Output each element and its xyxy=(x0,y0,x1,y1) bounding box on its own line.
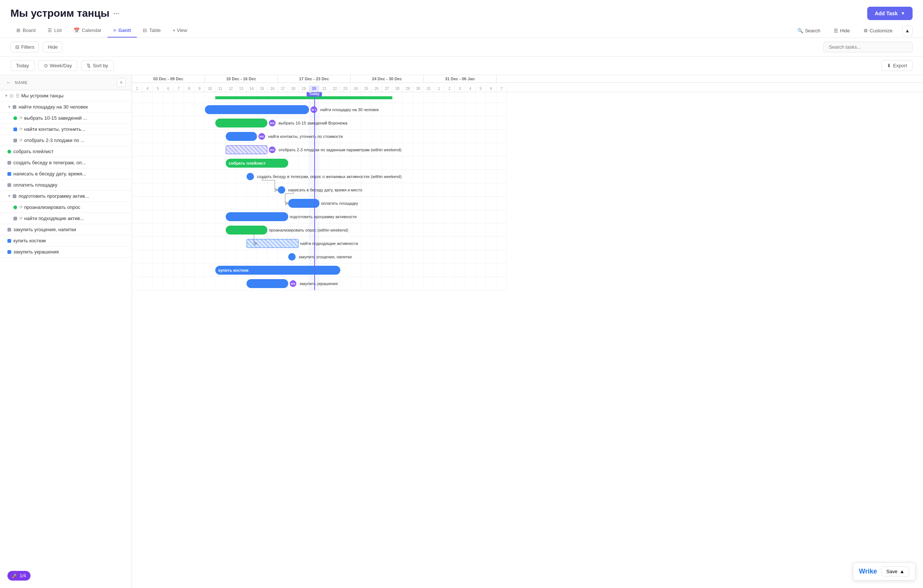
bar-label: написать в беседу дату, время и место xyxy=(288,188,362,192)
bar-label: создать беседу в телеграм, опрос о желае… xyxy=(257,174,402,179)
bar-label: MSнайти площадку на 30 человек xyxy=(310,106,379,113)
week-day-button[interactable]: ⊙ Week/Day xyxy=(38,60,78,71)
gantt-day-cell: 6 xyxy=(163,85,174,92)
list-item[interactable]: собрать плейлист xyxy=(0,146,131,157)
gantt-bar[interactable]: подготовить программу активности xyxy=(226,212,288,221)
list-item[interactable]: написать в беседу дату, время... xyxy=(0,169,131,180)
gantt-bar[interactable] xyxy=(215,92,393,101)
task-color-dot xyxy=(7,228,11,231)
gantt-day-cell: 6 xyxy=(486,85,496,92)
gantt-day-cell: 22 xyxy=(330,85,340,92)
task-color-dot xyxy=(13,194,16,198)
search-input[interactable] xyxy=(823,42,913,52)
hide-button[interactable]: Hide xyxy=(43,42,62,52)
gantt-period-header: 03 Dec - 09 Dec10 Dec - 16 Dec17 Dec - 2… xyxy=(132,75,923,83)
bar-label: подготовить программу активности xyxy=(290,215,356,219)
list-item[interactable]: ▼ найти площадку на 30 человек xyxy=(0,102,131,113)
gantt-bar[interactable]: написать в беседу дату, время и место xyxy=(278,185,285,194)
tab-list[interactable]: ☰ List xyxy=(42,24,68,38)
toolbar: ⊟ Filters Hide xyxy=(0,38,923,56)
gantt-bar[interactable]: MSнайти площадку на 30 человек xyxy=(205,105,309,114)
gantt-day-cell: 5 xyxy=(153,85,163,92)
tab-calendar[interactable]: 📅 Calendar xyxy=(68,24,107,38)
list-item[interactable]: ▼ подготовить программу актив... xyxy=(0,191,131,202)
bar-label: MSзакупить украшения xyxy=(290,280,338,287)
gantt-row[interactable] xyxy=(132,156,507,170)
filters-button[interactable]: ⊟ Filters xyxy=(10,42,39,52)
list-item[interactable]: ⟳ найти контакты, уточнить... xyxy=(0,124,131,135)
gantt-bar[interactable]: закупить угощения, напитки xyxy=(288,252,296,261)
header: Мы устроим танцы ··· Add Task ▼ xyxy=(0,0,923,24)
gantt-bar[interactable]: MSотобрать 2-3 плодаки по заданным парам… xyxy=(226,145,268,154)
save-button[interactable]: Save ▲ xyxy=(881,567,909,577)
gantt-bar[interactable]: найти подходящие активности xyxy=(246,239,299,248)
list-item[interactable]: закупить украшения xyxy=(0,246,131,257)
gantt-period: 17 Dec - 23 Dec xyxy=(278,75,351,82)
customize-icon: ⚙ xyxy=(864,28,868,33)
gantt-bar[interactable]: MSвыбрать 10-15 заведений Воронежа xyxy=(215,119,268,128)
gantt-day-cell: 26 xyxy=(371,85,382,92)
gantt-bar[interactable]: проанализировать опрос (within weekend) xyxy=(226,226,268,234)
chevron-down-icon: ▼ xyxy=(901,11,905,16)
list-item[interactable]: оплатить площадку xyxy=(0,180,131,191)
sort-by-button[interactable]: ⇅ Sort by xyxy=(81,60,113,71)
gantt-chart-area[interactable]: 03 Dec - 09 Dec10 Dec - 16 Dec17 Dec - 2… xyxy=(132,75,923,588)
gantt-day-cell: 14 xyxy=(246,85,257,92)
search-nav-button[interactable]: 🔍 Search xyxy=(793,26,824,36)
gantt-bar[interactable]: оплатить площадку xyxy=(288,199,319,208)
filter-icon: ⊟ xyxy=(15,44,19,50)
add-task-button[interactable]: Add Task ▼ xyxy=(867,7,913,20)
gantt-bar[interactable]: создать беседу в телеграм, опрос о желае… xyxy=(246,172,254,181)
gantt-day-cell: 28 xyxy=(393,85,403,92)
task-color-dot xyxy=(13,139,17,142)
calendar-icon: 📅 xyxy=(74,28,80,33)
gantt-day-cell: 8 xyxy=(184,85,194,92)
task-color-dot xyxy=(13,206,17,209)
tab-table[interactable]: ⊟ Table xyxy=(137,24,167,38)
today-button[interactable]: Today xyxy=(10,60,34,71)
more-options-icon[interactable]: ··· xyxy=(113,9,119,18)
tab-add-view[interactable]: + View xyxy=(167,24,193,38)
gantt-day-cell: 7 xyxy=(174,85,184,92)
gantt-rows-content: TodayMSнайти площадку на 30 человекMSвыб… xyxy=(132,90,507,290)
bar-label: найти подходящие активности xyxy=(300,241,358,246)
tab-gantt[interactable]: ≡ Gantt xyxy=(107,24,137,38)
bottom-progress-badge[interactable]: 🚀 1/4 xyxy=(7,571,31,581)
list-item[interactable]: купить костюм xyxy=(0,235,131,246)
task-color-dot xyxy=(10,94,13,98)
bar-label: MSотобрать 2-3 плодаки по заданным парам… xyxy=(269,146,401,153)
gantt-bar[interactable]: MSзакупить украшения xyxy=(246,279,288,288)
collapse-list-icon[interactable]: ← xyxy=(6,79,12,86)
gantt-day-cell: 2 xyxy=(444,85,455,92)
export-button[interactable]: ⬇ Export xyxy=(881,60,913,71)
rocket-icon: 🚀 xyxy=(12,573,18,578)
gantt-row[interactable] xyxy=(132,197,507,210)
page-title: Мы устроим танцы ··· xyxy=(10,7,119,19)
list-item[interactable]: ⟳ отобрать 2-3 плодаки по ... xyxy=(0,135,131,146)
gantt-day-cell: 3 xyxy=(455,85,465,92)
list-item[interactable]: ⟳ проанализировать опрос xyxy=(0,202,131,213)
gantt-day-cell: 29 xyxy=(403,85,413,92)
list-icon: ☰ xyxy=(48,28,52,33)
collapse-button[interactable]: ▲ xyxy=(902,26,913,36)
gantt-day-cell: 15 xyxy=(257,85,268,92)
gantt-bar[interactable]: купить костюм xyxy=(215,266,340,275)
gantt-period: 03 Dec - 09 Dec xyxy=(132,75,205,82)
customize-nav-button[interactable]: ⚙ Customize xyxy=(860,26,896,36)
hide-icon: ☰ xyxy=(834,28,838,33)
list-item[interactable]: ▼ ☰ Мы устроим танцы xyxy=(0,90,131,102)
gantt-bar[interactable]: MSнайти контакты, уточнить по стоимости xyxy=(226,132,257,141)
gantt-bar[interactable]: собрать плейлист xyxy=(226,159,288,168)
list-item[interactable]: ⟳ найти подходящие актив... xyxy=(0,213,131,224)
list-item[interactable]: ⟳ выбрать 10-15 заведений ... xyxy=(0,113,131,124)
gantt-day-cell: 31 xyxy=(424,85,434,92)
tab-board[interactable]: ⊞ Board xyxy=(10,24,42,38)
list-item[interactable]: закупить угощения, напитки xyxy=(0,224,131,235)
main-content: ← NAME + ▼ ☰ Мы устроим танцы ▼ найти пл… xyxy=(0,75,923,588)
list-item[interactable]: создать беседу в телеграм, оп... xyxy=(0,157,131,169)
add-column-button[interactable]: + xyxy=(117,78,126,87)
hide-nav-button[interactable]: ☰ Hide xyxy=(830,26,854,36)
gantt-days-row: 1456789101112131415161718192021222324252… xyxy=(132,85,923,92)
expand-icon: ▼ xyxy=(5,94,8,98)
nav-right: 🔍 Search ☰ Hide ⚙ Customize ▲ xyxy=(793,26,913,36)
